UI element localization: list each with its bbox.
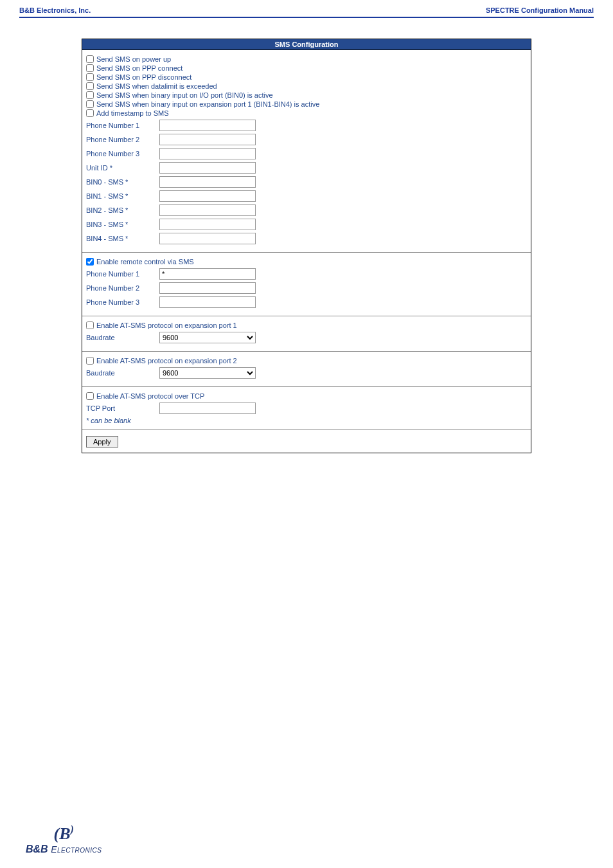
lbl-tcpport: TCP Port (86, 404, 157, 412)
input-bin0sms[interactable] (159, 176, 256, 188)
lbl-bin0sms: BIN0 - SMS * (86, 178, 157, 186)
chk-atsms-tcp[interactable] (86, 392, 94, 400)
lbl-timestamp: Add timestamp to SMS (96, 109, 169, 117)
input-phone1[interactable] (159, 120, 256, 131)
input-phone3[interactable] (159, 148, 256, 159)
input-bin2sms[interactable] (159, 204, 256, 216)
lbl-phone2: Phone Number 2 (86, 136, 157, 143)
header-divider (19, 17, 594, 18)
button-row: Apply (82, 430, 531, 453)
header-left: B&B Electronics, Inc. (19, 6, 91, 14)
chk-atsms-port1[interactable] (86, 321, 94, 329)
lbl-atsms-tcp: Enable AT-SMS protocol over TCP (96, 392, 204, 400)
lbl-bin0: Send SMS when binary input on I/O port (… (96, 91, 273, 99)
lbl-bin1-4: Send SMS when binary input on expansion … (96, 100, 319, 108)
lbl-ppp-disconnect: Send SMS on PPP disconnect (96, 73, 191, 81)
logo-text: B&B Electronics (26, 844, 102, 855)
lbl-power-up: Send SMS on power up (96, 55, 171, 63)
select-baud1[interactable]: 9600 (159, 332, 256, 343)
lbl-atsms-port2: Enable AT-SMS protocol on expansion port… (96, 357, 237, 365)
note-blank: * can be blank (86, 417, 527, 424)
chk-bin0[interactable] (86, 91, 94, 99)
chk-atsms-port2[interactable] (86, 357, 94, 365)
logo-b-icon: (B) (54, 824, 74, 843)
section-atsms-tcp: Enable AT-SMS protocol over TCP TCP Port… (82, 387, 531, 430)
section-atsms-port1: Enable AT-SMS protocol on expansion port… (82, 316, 531, 352)
input-rc-phone1[interactable] (159, 268, 256, 280)
sms-config-form: SMS Configuration Send SMS on power up S… (82, 39, 531, 453)
input-unitid[interactable] (159, 162, 256, 174)
chk-ppp-connect[interactable] (86, 64, 94, 72)
chk-datalimit[interactable] (86, 82, 94, 90)
lbl-datalimit: Send SMS when datalimit is exceeded (96, 82, 217, 90)
section-atsms-port2: Enable AT-SMS protocol on expansion port… (82, 352, 531, 387)
lbl-rc-phone2: Phone Number 2 (86, 284, 157, 292)
apply-button[interactable]: Apply (86, 436, 118, 448)
lbl-rc-phone3: Phone Number 3 (86, 298, 157, 306)
chk-bin1-4[interactable] (86, 100, 94, 108)
sms-config-panel: SMS Configuration Send SMS on power up S… (82, 39, 531, 453)
lbl-phone1: Phone Number 1 (86, 122, 157, 129)
chk-timestamp[interactable] (86, 109, 94, 117)
footer-logo: (B) B&B Electronics (26, 824, 102, 855)
input-rc-phone2[interactable] (159, 282, 256, 294)
select-baud2[interactable]: 9600 (159, 367, 256, 379)
logo-brand1: B&B (26, 844, 48, 854)
input-bin3sms[interactable] (159, 219, 256, 230)
input-bin1sms[interactable] (159, 190, 256, 202)
lbl-rc-phone1: Phone Number 1 (86, 270, 157, 278)
input-tcpport[interactable] (159, 402, 256, 414)
logo-icon-wrap: (B) (26, 824, 102, 844)
input-rc-phone3[interactable] (159, 296, 256, 308)
input-bin4sms[interactable] (159, 233, 256, 244)
header-right: SPECTRE Configuration Manual (486, 6, 594, 14)
lbl-phone3: Phone Number 3 (86, 150, 157, 158)
panel-title: SMS Configuration (82, 39, 531, 50)
lbl-bin1sms: BIN1 - SMS * (86, 192, 157, 200)
lbl-remote-control: Enable remote control via SMS (96, 258, 194, 266)
chk-remote-control[interactable] (86, 258, 94, 266)
logo-brand2: Electronics (51, 844, 102, 854)
section-general: Send SMS on power up Send SMS on PPP con… (82, 50, 531, 253)
lbl-atsms-port1: Enable AT-SMS protocol on expansion port… (96, 321, 237, 329)
chk-ppp-disconnect[interactable] (86, 73, 94, 81)
lbl-unitid: Unit ID * (86, 164, 157, 172)
section-remote-control: Enable remote control via SMS Phone Numb… (82, 253, 531, 316)
lbl-bin2sms: BIN2 - SMS * (86, 206, 157, 214)
lbl-baud2: Baudrate (86, 369, 157, 377)
doc-header: B&B Electronics, Inc. SPECTRE Configurat… (0, 0, 613, 17)
chk-power-up[interactable] (86, 55, 94, 63)
lbl-bin4sms: BIN4 - SMS * (86, 235, 157, 242)
lbl-ppp-connect: Send SMS on PPP connect (96, 64, 182, 72)
lbl-bin3sms: BIN3 - SMS * (86, 221, 157, 228)
lbl-baud1: Baudrate (86, 334, 157, 341)
input-phone2[interactable] (159, 134, 256, 145)
